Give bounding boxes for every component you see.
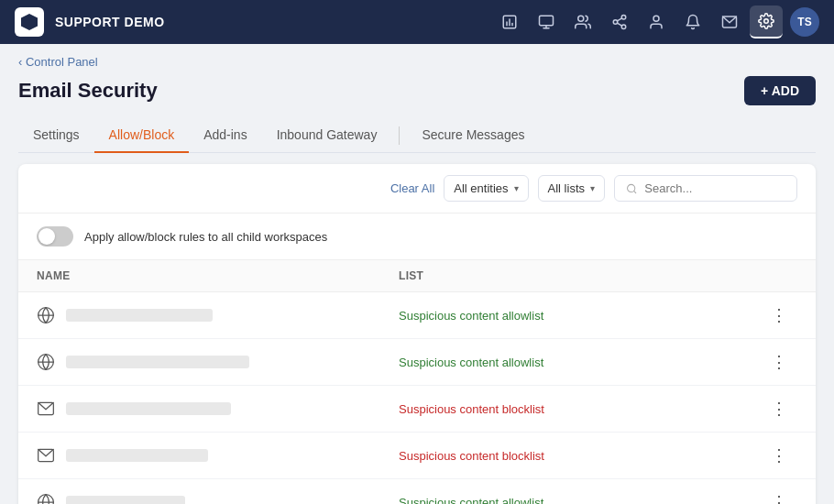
cell-name-3 [37, 400, 399, 418]
nav-icon-group: TS [493, 5, 819, 38]
svg-line-17 [634, 191, 636, 192]
search-input[interactable] [644, 181, 785, 195]
table-header: Name List [18, 260, 816, 292]
entities-filter-label: All entities [454, 181, 508, 195]
globe-icon [37, 353, 55, 371]
connections-icon[interactable] [603, 5, 636, 38]
globe-icon [37, 306, 55, 324]
tab-divider [399, 126, 400, 145]
main-panel: Clear All All entities ▾ All lists ▾ App… [18, 164, 816, 504]
user-avatar[interactable]: TS [790, 7, 819, 37]
toggle-row: Apply allow/block rules to all child wor… [18, 214, 816, 260]
app-name: SUPPORT DEMO [55, 15, 482, 29]
email-icon [37, 446, 55, 465]
col-header-name: Name [37, 269, 399, 282]
lists-filter-label: All lists [548, 181, 585, 195]
table-row: Suspicious content allowlist ⋮ [18, 479, 816, 504]
tab-add-ins[interactable]: Add-ins [189, 118, 261, 153]
tab-bar: Settings Allow/Block Add-ins Inbound Gat… [18, 118, 816, 153]
row-actions-button-5[interactable]: ⋮ [767, 490, 791, 504]
settings-icon[interactable] [750, 5, 783, 38]
row-actions-button-4[interactable]: ⋮ [767, 444, 791, 467]
reports-icon[interactable] [493, 5, 526, 38]
cell-name-4 [37, 446, 399, 465]
row-actions-button-3[interactable]: ⋮ [767, 397, 791, 421]
name-blurred-3 [66, 402, 231, 415]
tab-allow-block[interactable]: Allow/Block [94, 118, 190, 153]
filters-bar: Clear All All entities ▾ All lists ▾ [18, 164, 816, 214]
globe-icon [37, 493, 55, 504]
lists-chevron-icon: ▾ [590, 183, 595, 193]
email-icon [37, 400, 55, 418]
name-blurred-2 [66, 356, 249, 368]
name-blurred-5 [66, 496, 185, 504]
users-icon[interactable] [566, 5, 599, 38]
page-header: Email Security + ADD [18, 76, 816, 105]
monitor-icon[interactable] [530, 5, 563, 38]
col-header-list: List [399, 269, 761, 282]
table-row: Suspicious content blocklist ⋮ [18, 433, 816, 479]
content-area: ‹ Control Panel Email Security + ADD Set… [0, 44, 834, 504]
cell-list-4: Suspicious content blocklist [399, 449, 761, 463]
tab-inbound-gateway[interactable]: Inbound Gateway [262, 118, 392, 153]
cell-list-5: Suspicious content allowlist [399, 496, 761, 505]
top-navigation: SUPPORT DEMO [0, 0, 834, 44]
entities-filter[interactable]: All entities ▾ [444, 175, 528, 202]
cell-name-2 [37, 353, 399, 371]
app-logo[interactable] [15, 7, 44, 37]
svg-point-7 [578, 16, 584, 21]
cell-list-1: Suspicious content allowlist [399, 309, 761, 323]
tab-secure-messages[interactable]: Secure Messages [407, 118, 539, 153]
lists-filter[interactable]: All lists ▾ [538, 175, 605, 202]
name-blurred-4 [66, 449, 208, 462]
name-blurred-1 [66, 309, 213, 322]
page-title: Email Security [18, 79, 158, 103]
table-row: Suspicious content allowlist ⋮ [18, 292, 816, 339]
clear-all-button[interactable]: Clear All [390, 181, 434, 195]
svg-point-13 [653, 16, 659, 21]
breadcrumb[interactable]: ‹ Control Panel [18, 55, 816, 69]
table-row: Suspicious content blocklist ⋮ [18, 386, 816, 433]
svg-point-15 [764, 19, 769, 24]
svg-line-11 [617, 23, 621, 26]
cell-list-2: Suspicious content allowlist [399, 356, 761, 369]
svg-line-12 [617, 18, 621, 21]
identity-icon[interactable] [640, 5, 673, 38]
tab-settings[interactable]: Settings [18, 118, 94, 153]
cell-name-5 [37, 493, 399, 504]
row-actions-button-1[interactable]: ⋮ [767, 303, 791, 327]
child-workspace-toggle[interactable] [37, 226, 73, 247]
cell-list-3: Suspicious content blocklist [399, 402, 761, 416]
table-row: Suspicious content allowlist ⋮ [18, 339, 816, 386]
toggle-label: Apply allow/block rules to all child wor… [84, 230, 327, 244]
alerts-icon[interactable] [676, 5, 709, 38]
row-actions-button-2[interactable]: ⋮ [767, 350, 791, 374]
svg-rect-4 [540, 16, 554, 26]
mail-icon[interactable] [713, 5, 746, 38]
cell-name-1 [37, 306, 399, 324]
search-box [614, 175, 797, 202]
search-icon [626, 182, 637, 195]
entities-chevron-icon: ▾ [514, 183, 519, 193]
add-button[interactable]: + ADD [744, 76, 816, 105]
